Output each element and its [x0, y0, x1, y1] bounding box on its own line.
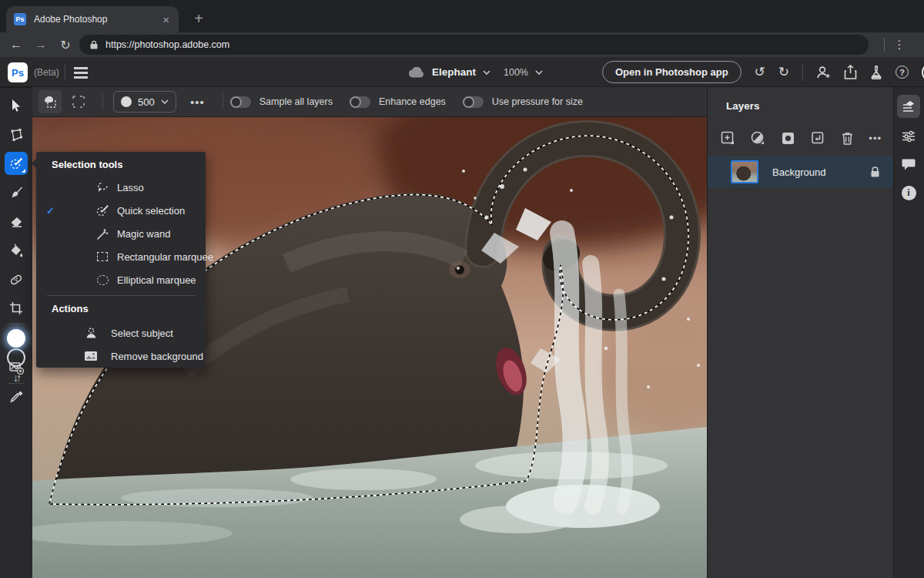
menu-item-label: Remove background	[111, 351, 203, 362]
foreground-color-well[interactable]	[7, 329, 25, 348]
magic-wand-icon	[95, 227, 109, 240]
url-text: https://photoshop.adobe.com	[105, 39, 229, 50]
chevron-down-icon[interactable]	[535, 70, 543, 75]
quick-selection-tool[interactable]	[5, 152, 28, 175]
menu-item-label: Quick selection	[117, 205, 185, 217]
redo-icon[interactable]: ↻	[778, 66, 789, 79]
header-actions: Open in Photoshop app ↺ ↻ ?	[602, 57, 924, 87]
beta-label: (Beta)	[34, 67, 59, 78]
browser-tab[interactable]: Ps Adobe Photoshop ×	[6, 6, 179, 32]
reload-button[interactable]: ↻	[54, 32, 77, 57]
flyout-title: Selection tools	[52, 159, 122, 170]
move-tool[interactable]	[5, 94, 28, 117]
swap-colors-icon[interactable]: ↓↑	[5, 371, 28, 385]
forward-button[interactable]: →	[29, 32, 52, 57]
fill-tool[interactable]	[5, 239, 28, 262]
layer-thumbnail[interactable]	[731, 160, 758, 183]
select-subject-icon	[84, 326, 98, 340]
background-color-well[interactable]	[7, 348, 25, 367]
subtract-selection-mode-icon[interactable]	[67, 90, 90, 113]
menu-item-label: Magic wand	[117, 228, 170, 240]
layer-name: Background	[772, 166, 870, 178]
browser-tabstrip: Ps Adobe Photoshop × +	[0, 0, 924, 32]
toggle-switch[interactable]	[230, 96, 251, 108]
header-divider	[65, 64, 65, 81]
zoom-level[interactable]: 100%	[504, 67, 528, 78]
beta-flask-icon[interactable]	[870, 66, 882, 79]
add-layer-icon[interactable]	[720, 130, 735, 146]
brush-size-dropdown[interactable]: 500	[113, 91, 176, 113]
toggle-label: Enhance edges	[379, 96, 446, 107]
toggle-switch[interactable]	[350, 96, 370, 108]
toggle-enhance-edges[interactable]: Enhance edges	[350, 96, 446, 108]
delete-layer-icon[interactable]	[841, 131, 854, 146]
options-divider	[102, 94, 103, 109]
properties-panel-icon[interactable]	[897, 125, 920, 148]
header-divider	[802, 64, 803, 81]
brush-tool[interactable]	[5, 181, 28, 204]
options-divider	[223, 94, 223, 109]
layers-title: Layers	[726, 100, 760, 112]
menu-item-select-subject[interactable]: Select subject	[36, 321, 206, 344]
share-icon[interactable]	[844, 65, 857, 79]
crop-tool[interactable]	[5, 297, 28, 320]
info-glyph: i	[902, 186, 916, 200]
info-panel-icon[interactable]: i	[897, 181, 920, 204]
menu-item-label: Lasso	[117, 182, 144, 193]
toggle-sample-all-layers[interactable]: Sample all layers	[230, 96, 333, 108]
menu-item-magic-wand[interactable]: Magic wand	[36, 222, 206, 245]
favicon-ps: Ps	[14, 13, 26, 25]
new-tab-button[interactable]: +	[188, 8, 209, 29]
layers-panel-actions: •••	[717, 129, 885, 147]
tool-options-bar: 500 ••• Sample all layers Enhance edges …	[32, 87, 707, 117]
more-options-icon[interactable]: •••	[190, 96, 205, 109]
brush-preview-icon	[121, 96, 132, 107]
hamburger-menu-icon[interactable]	[74, 67, 88, 69]
browser-menu-icon[interactable]: ⋮	[892, 35, 907, 55]
menu-item-remove-background[interactable]: Remove background	[36, 344, 206, 368]
eyedropper-tool[interactable]	[5, 385, 28, 408]
layers-more-icon[interactable]: •••	[869, 133, 882, 144]
back-button[interactable]: ←	[5, 32, 28, 57]
undo-icon[interactable]: ↺	[755, 66, 765, 79]
eraser-tool[interactable]	[5, 210, 28, 234]
toolbar-divider	[8, 324, 25, 324]
lasso-tool[interactable]	[5, 123, 28, 146]
lock-icon[interactable]	[870, 166, 880, 178]
new-selection-mode-icon[interactable]	[38, 90, 62, 113]
quick-selection-icon	[95, 203, 109, 217]
brush-size-value: 500	[138, 96, 155, 108]
tab-title: Adobe Photoshop	[34, 14, 161, 25]
remove-background-icon	[84, 349, 98, 363]
layers-panel-icon[interactable]	[897, 95, 920, 118]
menu-item-quick-selection[interactable]: ✓ Quick selection	[36, 199, 206, 222]
menu-item-elliptical-marquee[interactable]: Elliptical marquee	[36, 268, 206, 291]
document-name[interactable]: Elephant	[432, 66, 476, 78]
check-icon: ✓	[46, 205, 55, 217]
ps-logo: Ps	[8, 62, 28, 82]
lock-icon	[90, 40, 98, 49]
layer-mask-icon[interactable]	[781, 131, 795, 146]
menu-item-rectangular-marquee[interactable]: Rectangular marquee	[36, 245, 206, 268]
document-bar: Elephant 100%	[408, 57, 543, 87]
invite-people-icon[interactable]	[816, 66, 831, 79]
cloud-icon	[408, 67, 425, 78]
tab-close-icon[interactable]: ×	[161, 13, 171, 26]
address-bar[interactable]: https://photoshop.adobe.com	[79, 35, 869, 55]
adjustments-icon[interactable]	[750, 130, 765, 146]
menu-divider	[47, 295, 195, 296]
toolbar-divider	[884, 38, 885, 52]
toggle-use-pressure[interactable]: Use pressure for size	[463, 96, 583, 108]
actions-title: Actions	[52, 303, 89, 314]
layer-row-background[interactable]: Background	[708, 156, 894, 187]
toggle-label: Use pressure for size	[492, 96, 583, 107]
healing-brush-tool[interactable]	[5, 268, 28, 291]
help-icon[interactable]: ?	[896, 66, 909, 79]
comments-panel-icon[interactable]	[897, 153, 920, 176]
toggle-switch[interactable]	[463, 96, 484, 108]
menu-item-lasso[interactable]: Lasso	[36, 176, 206, 199]
transform-icon[interactable]	[810, 130, 825, 146]
chevron-down-icon[interactable]	[483, 70, 490, 75]
app-window: Ps Adobe Photoshop × + ← → ↻ https://pho…	[0, 0, 924, 578]
open-in-photoshop-button[interactable]: Open in Photoshop app	[602, 61, 742, 83]
